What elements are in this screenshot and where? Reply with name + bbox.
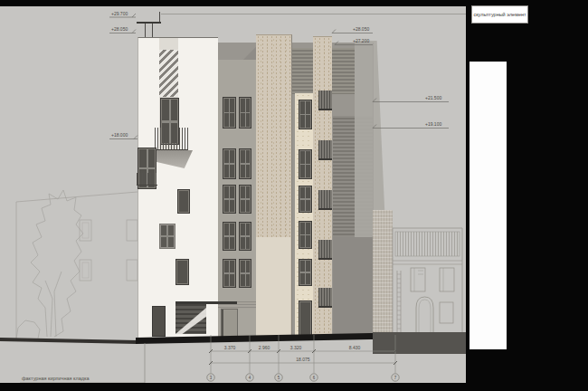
dimension-total: 18.075: [296, 357, 310, 362]
axis-bubble-label: 4: [249, 376, 251, 380]
axis-bubble-label: 3: [210, 376, 213, 380]
elevation-mark-left-mid: +18.000: [111, 132, 128, 138]
dimension-segment-4: 8.430: [349, 345, 361, 350]
dimension-segment-3: 3.320: [290, 345, 302, 350]
axis-bubble-label: 6: [313, 376, 316, 380]
elevation-mark-left-upper: +28.050: [111, 26, 128, 32]
elevation-drawing-canvas: +29.700 +28.050 +18.000 +28.050 +27.200 …: [0, 0, 588, 391]
axis-bubble-label: 7: [394, 376, 397, 380]
elevation-mark-left-top: +29.700: [111, 11, 128, 16]
elevation-mark-right-mid2: +19.100: [425, 121, 441, 127]
elevation-mark-right-upper: +27.200: [353, 38, 369, 43]
elevation-mark-right-mid1: +21.500: [425, 95, 441, 100]
frame-bottom: [0, 383, 588, 391]
legend-panel: [469, 62, 507, 349]
elevation-mark-right-top: +28.050: [353, 26, 369, 32]
dimension-segment-2: 2.960: [259, 345, 270, 350]
brick-note: фактурная кирпичная кладка: [22, 376, 90, 381]
axis-bubble-label: 5: [278, 376, 280, 380]
dimension-segment-1: 3.370: [224, 345, 236, 350]
sculpture-callout-label: скульптурный элемент: [471, 5, 528, 24]
sculpture-callout-text: скульптурный элемент: [473, 12, 526, 17]
